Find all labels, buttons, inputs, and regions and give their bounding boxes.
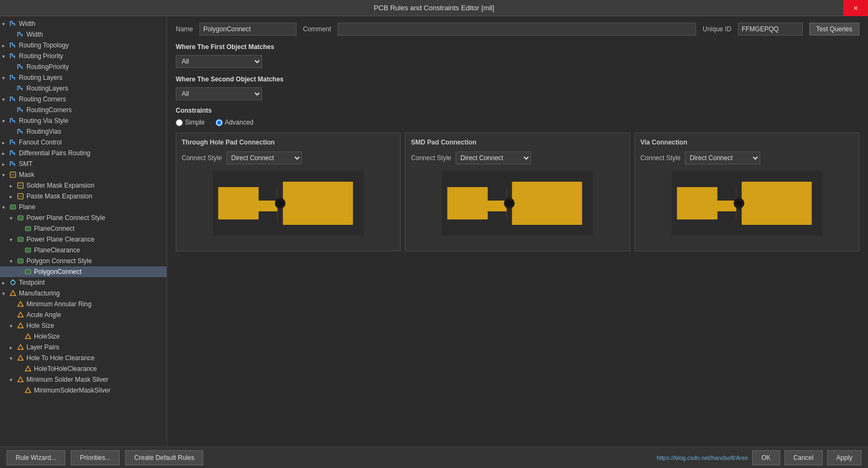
tree-item[interactable]: Minimum Annular Ring	[0, 299, 167, 309]
connection-panel: Via Connection Connect Style Direct Conn…	[635, 133, 859, 251]
connect-style-select[interactable]: Direct Connect	[226, 152, 302, 164]
unique-id-input[interactable]	[738, 23, 803, 36]
manuf-icon	[24, 386, 32, 395]
svg-rect-17	[259, 187, 278, 201]
tree-item[interactable]: ▸Fanout Control	[0, 137, 167, 148]
connect-style-select[interactable]: Direct Connect	[456, 152, 531, 164]
tree-item[interactable]: ▸Routing Topology	[0, 40, 167, 51]
tree-item[interactable]: ▾Mask	[0, 169, 167, 180]
create-default-rules-button[interactable]: Create Default Rules	[125, 450, 203, 465]
connect-style-select[interactable]: Direct Connect	[685, 152, 760, 164]
radio-advanced-label[interactable]: Advanced	[216, 119, 253, 126]
rule-wizard-button[interactable]: Rule Wizard...	[6, 450, 65, 465]
tree-item[interactable]: ▾Hole Size	[0, 320, 167, 331]
routing-icon	[9, 160, 17, 168]
connect-style-label: Connect Style	[411, 154, 451, 162]
svg-rect-6	[10, 205, 16, 209]
routing-icon	[9, 95, 17, 104]
tree-item[interactable]: Width	[0, 29, 167, 40]
tree-item[interactable]: RoutingVias	[0, 126, 167, 137]
tree-item[interactable]: MinimumSolderMaskSliver	[0, 385, 167, 396]
tree-item[interactable]: PlaneClearance	[0, 245, 167, 256]
connect-style-label: Connect Style	[640, 154, 681, 162]
tree-item[interactable]: ▾Minimum Solder Mask Sliver	[0, 374, 167, 385]
manuf-icon	[16, 375, 25, 384]
tree-label: Power Plane Connect Style	[26, 214, 105, 222]
radio-simple[interactable]	[176, 119, 183, 126]
tree-item[interactable]: ▾Plane	[0, 202, 167, 212]
tree-item[interactable]: ▾Routing Priority	[0, 51, 167, 61]
tree-label: Solder Mask Expansion	[26, 182, 94, 189]
second-object-select[interactable]: All	[176, 87, 262, 100]
tree-label: Routing Via Style	[19, 117, 68, 125]
tree-item[interactable]: ▸Differential Pairs Routing	[0, 148, 167, 159]
title-bar: PCB Rules and Constraints Editor [mil] ×	[0, 0, 868, 16]
connect-style-row: Connect Style Direct Connect	[182, 152, 395, 164]
tree-arrow: ▾	[2, 291, 9, 297]
tree-item[interactable]: ▸SMT	[0, 159, 167, 169]
svg-rect-12	[25, 270, 31, 274]
routing-icon	[16, 30, 25, 39]
tree-item[interactable]: ▾Hole To Hole Clearance	[0, 353, 167, 363]
title-text: PCB Rules and Constraints Editor [mil]	[374, 4, 494, 12]
pad-illustration	[640, 171, 853, 236]
tree-arrow: ▾	[10, 258, 16, 264]
tree-item[interactable]: PolygonConnect	[0, 266, 167, 277]
first-object-select[interactable]: All	[176, 55, 262, 68]
tree-item[interactable]: ▸Testpoint	[0, 277, 167, 288]
tree-item[interactable]: ▾Polygon Connect Style	[0, 256, 167, 266]
tree-label: Fanout Control	[19, 139, 61, 146]
manuf-icon	[16, 300, 25, 308]
svg-point-22	[278, 201, 283, 206]
svg-rect-18	[259, 211, 278, 219]
ok-button[interactable]: OK	[752, 450, 780, 465]
tree-item[interactable]: ▾Power Plane Clearance	[0, 234, 167, 245]
tree-item[interactable]: ▾Power Plane Connect Style	[0, 212, 167, 223]
tree-item[interactable]: RoutingPriority	[0, 61, 167, 72]
unique-id-label: Unique ID	[702, 25, 731, 33]
plane-icon	[16, 257, 25, 265]
tree-arrow: ▾	[10, 237, 16, 243]
name-label: Name	[176, 25, 193, 33]
tree-item[interactable]: PlaneConnect	[0, 223, 167, 234]
tree-item[interactable]: ▾Width	[0, 18, 167, 29]
tree-arrow: ▸	[10, 345, 16, 350]
name-input[interactable]	[199, 23, 297, 36]
tree-arrow: ▾	[10, 215, 16, 221]
tree-item[interactable]: ▾Manufacturing	[0, 288, 167, 299]
svg-rect-8	[25, 226, 31, 231]
test-queries-button[interactable]: Test Queries	[809, 23, 859, 36]
connect-style-row: Connect Style Direct Connect	[411, 152, 624, 164]
tree-item[interactable]: ▾Routing Layers	[0, 72, 167, 83]
tree-item[interactable]: ▸Solder Mask Expansion	[0, 180, 167, 191]
tree-label: HoleToHoleClearance	[34, 365, 97, 373]
radio-advanced[interactable]	[216, 119, 223, 126]
tree-item[interactable]: RoutingCorners	[0, 105, 167, 115]
routing-icon	[16, 127, 25, 136]
svg-rect-19	[283, 182, 353, 225]
tree-item[interactable]: HoleToHoleClearance	[0, 363, 167, 374]
tree-label: Hole Size	[26, 322, 54, 329]
mask-icon	[9, 170, 17, 179]
tree-item[interactable]: HoleSize	[0, 331, 167, 342]
tree-item[interactable]: ▾Routing Corners	[0, 94, 167, 105]
tree-item[interactable]: ▾Routing Via Style	[0, 115, 167, 126]
sidebar-tree: ▾WidthWidth▸Routing Topology▾Routing Pri…	[0, 16, 167, 446]
tree-item[interactable]: ▸Paste Mask Expansion	[0, 191, 167, 202]
connect-style-label: Connect Style	[182, 154, 222, 162]
testpoint-icon	[9, 278, 17, 287]
apply-button[interactable]: Apply	[827, 450, 862, 465]
tree-arrow: ▾	[2, 75, 9, 81]
bottom-right: https://blog.csdn.net/handsoft/Ares OK C…	[657, 450, 862, 465]
radio-simple-label[interactable]: Simple	[176, 119, 205, 126]
tree-item[interactable]: ▸Layer Pairs	[0, 342, 167, 353]
priorities-button[interactable]: Priorities...	[71, 450, 120, 465]
svg-rect-9	[18, 237, 23, 242]
plane-icon	[16, 235, 25, 244]
tree-item[interactable]: Acute Angle	[0, 309, 167, 320]
comment-input[interactable]	[337, 23, 696, 36]
close-button[interactable]: ×	[843, 0, 868, 16]
cancel-button[interactable]: Cancel	[784, 450, 823, 465]
tree-item[interactable]: RoutingLayers	[0, 83, 167, 94]
pad-illustration	[182, 171, 395, 236]
